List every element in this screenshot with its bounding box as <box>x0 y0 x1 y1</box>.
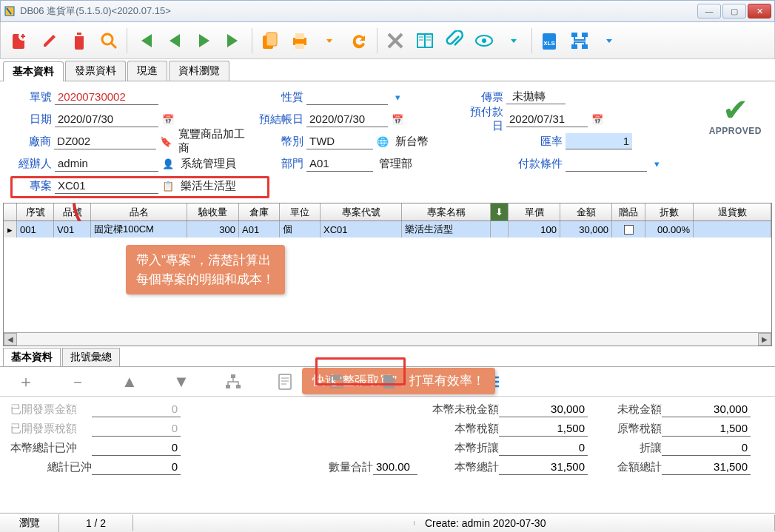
calendar-icon[interactable]: 📅 <box>161 112 175 126</box>
settled: 0 <box>92 459 181 475</box>
person-icon[interactable]: 👤 <box>161 157 175 170</box>
col-seq[interactable]: 序號 <box>17 203 54 220</box>
prepay-field[interactable]: 2020/07/31 <box>506 111 588 127</box>
prev-icon[interactable] <box>163 29 187 53</box>
col-discount[interactable]: 折數 <box>645 203 694 220</box>
local-settled: 0 <box>92 440 181 456</box>
row-marker: ▸ <box>4 221 17 238</box>
view-icon[interactable] <box>472 29 496 53</box>
tab-invoice[interactable]: 發票資料 <box>65 61 126 81</box>
last-icon[interactable] <box>222 29 246 53</box>
edit-icon[interactable] <box>38 29 61 53</box>
add-row-icon[interactable]: ＋ <box>15 371 37 393</box>
h-scrollbar[interactable]: ◀ ▶ <box>4 332 771 346</box>
main-toolbar: XLS <box>0 22 775 59</box>
subtab-batch[interactable]: 批號彙總 <box>62 348 120 366</box>
col-return[interactable]: 退貨數 <box>694 203 771 220</box>
invoiced-tax: 0 <box>92 420 181 437</box>
cell-projcode: XC01 <box>321 221 402 238</box>
close-button[interactable]: ✕ <box>748 4 771 18</box>
minimize-button[interactable]: — <box>697 4 721 18</box>
local-total: 31,500 <box>499 459 588 475</box>
pre-post-field[interactable]: 2020/07/30 <box>306 111 388 127</box>
scroll-track[interactable] <box>17 333 758 346</box>
row-selector-head <box>4 203 17 220</box>
tab-browse[interactable]: 資料瀏覽 <box>169 61 229 81</box>
first-icon[interactable] <box>133 29 157 53</box>
col-marker[interactable]: ⬇ <box>491 203 509 220</box>
dropdown-icon[interactable] <box>318 29 341 53</box>
main-tabs: 基本資料 發票資料 現進 資料瀏覽 <box>0 61 775 81</box>
handler-name: 系統管理員 <box>175 157 236 171</box>
attach-icon[interactable] <box>443 29 466 53</box>
cancel-icon[interactable] <box>383 29 407 53</box>
approved-stamp: ✔ APPROVED <box>709 95 762 136</box>
handler-field[interactable]: admin <box>55 155 158 172</box>
book-icon[interactable] <box>413 29 437 53</box>
col-gift[interactable]: 贈品 <box>612 203 645 220</box>
scroll-right-icon[interactable]: ▶ <box>758 333 771 346</box>
copy-icon[interactable] <box>258 29 282 53</box>
dropdown-icon[interactable]: ▾ <box>391 90 404 104</box>
subtab-basic[interactable]: 基本資料 <box>3 348 61 366</box>
move-down-icon[interactable]: ▼ <box>170 371 192 393</box>
dropdown-icon[interactable]: ▾ <box>650 157 663 170</box>
tab-basic[interactable]: 基本資料 <box>3 61 64 81</box>
move-up-icon[interactable]: ▲ <box>118 371 141 393</box>
local-allowance-label: 本幣折讓 <box>410 441 499 455</box>
tag-icon[interactable]: 🔖 <box>159 135 172 148</box>
export-xls-icon[interactable]: XLS <box>538 29 562 53</box>
handler-label: 經辦人 <box>10 157 55 171</box>
rate-field[interactable]: 1 <box>566 133 632 149</box>
cell-seq: 001 <box>17 221 54 238</box>
calendar-icon[interactable]: 📅 <box>591 112 604 126</box>
status-bar: 瀏覽 1 / 2 Create: admin 2020-07-30 <box>0 513 775 532</box>
tab-cash[interactable]: 現進 <box>127 61 167 81</box>
col-projname[interactable]: 專案名稱 <box>402 203 491 220</box>
tree-icon[interactable] <box>568 29 591 53</box>
local-untaxed-label: 本幣未稅金額 <box>410 403 499 417</box>
new-icon[interactable] <box>8 29 32 53</box>
untaxed-label: 未稅金額 <box>588 403 662 417</box>
search-icon[interactable] <box>97 29 121 53</box>
scroll-left-icon[interactable]: ◀ <box>4 333 17 346</box>
payterm-field[interactable] <box>566 155 647 172</box>
col-unit[interactable]: 單位 <box>280 203 321 220</box>
next-icon[interactable] <box>192 29 216 53</box>
col-wh[interactable]: 倉庫 <box>239 203 280 220</box>
col-projcode[interactable]: 專案代號 <box>321 203 402 220</box>
cell-gift <box>612 221 645 238</box>
status-page: 1 / 2 <box>59 515 133 531</box>
maximize-button[interactable]: ▢ <box>722 4 746 18</box>
col-qty[interactable]: 驗收量 <box>187 203 239 220</box>
status-mode: 瀏覽 <box>0 514 59 532</box>
currency-field[interactable]: TWD <box>306 133 373 149</box>
cell-discount: 00.00% <box>645 221 694 238</box>
refresh-icon[interactable] <box>347 29 371 53</box>
col-price[interactable]: 單價 <box>509 203 560 220</box>
grid-body[interactable]: ▸ 001 V01 固定樑100CM 300 A01 個 XC01 樂活生活型 … <box>4 221 771 332</box>
status-create: Create: admin 2020-07-30 <box>415 515 775 531</box>
date-field[interactable]: 2020/07/30 <box>55 111 158 127</box>
vendor-field[interactable]: DZ002 <box>54 133 156 149</box>
delete-icon[interactable] <box>67 29 91 53</box>
dept-field[interactable]: A01 <box>306 155 373 172</box>
nature-field[interactable] <box>306 89 388 105</box>
svg-rect-18 <box>226 385 230 388</box>
svg-point-3 <box>102 34 113 44</box>
remove-row-icon[interactable]: － <box>67 371 89 393</box>
currency-label: 幣別 <box>255 135 306 149</box>
tree-dropdown-icon[interactable] <box>597 29 621 53</box>
globe-icon[interactable]: 🌐 <box>376 135 389 148</box>
qty-total-label: 數量合計 <box>314 460 373 474</box>
print-icon[interactable] <box>288 29 312 53</box>
svg-point-10 <box>482 38 486 43</box>
currency-name: 新台幣 <box>389 135 429 149</box>
calendar-icon[interactable]: 📅 <box>391 112 404 126</box>
doc-no-field[interactable]: 20200730002 <box>55 89 158 105</box>
doc-icon[interactable] <box>274 371 296 393</box>
view-dropdown-icon[interactable] <box>502 29 526 53</box>
col-amount[interactable]: 金額 <box>560 203 612 220</box>
table-row[interactable]: ▸ 001 V01 固定樑100CM 300 A01 個 XC01 樂活生活型 … <box>4 221 771 238</box>
hierarchy-icon[interactable] <box>222 371 244 393</box>
